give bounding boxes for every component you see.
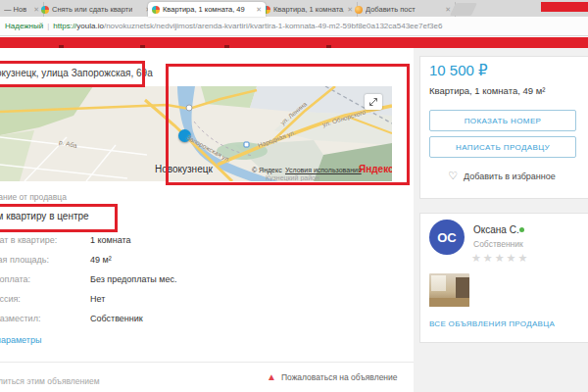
attribute-value: Без предоплаты мес. (90, 274, 177, 284)
attribute-row: Комнат в квартире:1 комната (0, 235, 177, 255)
online-status-dot (519, 227, 524, 232)
youla-favicon (152, 6, 160, 14)
report-link[interactable]: ▲ Пожаловаться на объявление (267, 372, 398, 382)
security-chip: Надежный (5, 22, 43, 30)
redaction-top-right (541, 2, 588, 12)
url-path: /novokuznetsk/nedvijimost/arenda-kvartir… (104, 22, 443, 30)
attribute-label: Предоплата: (0, 274, 90, 284)
listing-title: Квартира, 1 комната, 49 м² (429, 85, 545, 96)
heart-icon: ♡ (448, 171, 458, 181)
attribute-row: Общая площадь:49 м² (0, 255, 177, 274)
attribute-label: Комнат в квартире: (0, 235, 90, 245)
attribute-label: Кто разместил: (0, 314, 90, 323)
left-column: Новокузнецк, улица Запорожская, 69а (0, 48, 414, 392)
annotation-box-map (166, 64, 410, 185)
add-favorite-label: Добавить в избранное (464, 172, 556, 181)
redaction-site-header (0, 37, 588, 48)
tab-bar: — Нов ✕ Снять или сдать кварти ✕ Квартир… (0, 0, 588, 18)
report-label: Пожаловаться на объявление (281, 372, 398, 382)
add-favorite-button[interactable]: ♡ Добавить в избранное (420, 171, 583, 181)
address-bar[interactable]: Надежный | https://youla.io/novokuznetsk… (0, 17, 588, 36)
tab-label: Квартира, 1 комната, 49 (163, 5, 245, 14)
listing-price: 10 500 ₽ (429, 62, 488, 79)
annotation-box-description (0, 204, 118, 232)
share-label: Поделиться этим объявлением (0, 376, 100, 386)
warning-triangle-icon: ▲ (267, 372, 276, 382)
tab-kvartira-3[interactable]: Квартира, 1 комната, 3 ✕ (259, 2, 358, 17)
tab-close-icon[interactable]: ✕ (256, 6, 262, 14)
url-scheme: https:// (53, 22, 76, 30)
all-params-link[interactable]: Все параметры (0, 335, 41, 345)
tab-snyat-ili-sdat[interactable]: Снять или сдать кварти ✕ (37, 2, 156, 17)
attribute-row: Предоплата:Без предоплаты мес. (0, 274, 177, 294)
tab-label: — Нов (4, 5, 26, 14)
seller-name: Оксана С. (473, 224, 519, 235)
price-card: 10 500 ₽ Квартира, 1 комната, 49 м² ПОКА… (419, 56, 588, 199)
section-divider (0, 362, 414, 363)
post-favicon (355, 6, 363, 14)
seller-card: ОС Оксана С. Собственник ★★★★★ ВСЕ ОБЪЯВ… (419, 213, 588, 343)
tab-label: Снять или сдать кварти (52, 5, 132, 14)
browser-window: — Нов ✕ Снять или сдать кварти ✕ Квартир… (0, 0, 588, 392)
attribute-label: Комиссия: (0, 294, 90, 304)
url-host: youla.io (76, 22, 104, 30)
thumbnail-furniture-area (456, 277, 469, 299)
listing-page: Новокузнецк, улица Запорожская, 69а (0, 48, 588, 392)
new-tab-button[interactable] (450, 3, 477, 16)
attributes-list: Комнат в квартире:1 комната Общая площад… (0, 235, 177, 333)
youla-favicon (41, 6, 49, 14)
show-number-button[interactable]: ПОКАЗАТЬ НОМЕР (429, 110, 576, 131)
tab-kvartira-49-active[interactable]: Квартира, 1 комната, 49 ✕ (148, 2, 266, 17)
attribute-row: Комиссия:Нет (0, 294, 177, 314)
tab-close-icon[interactable]: ✕ (445, 6, 451, 14)
attribute-row: Кто разместил:Собственник (0, 314, 177, 333)
attribute-label: Общая площадь: (0, 255, 90, 265)
description-section-label: Описание от продавца (0, 192, 67, 202)
thumbnail-floor-area (429, 298, 469, 307)
seller-photo-thumbnail[interactable] (429, 273, 469, 307)
attribute-value: 49 м² (90, 255, 112, 265)
tab-label: Квартира, 1 комната, 3 (273, 5, 344, 14)
write-seller-button[interactable]: НАПИСАТЬ ПРОДАВЦУ (429, 136, 576, 158)
attribute-value: Собственник (90, 314, 143, 323)
rating-stars: ★★★★★ (471, 252, 529, 265)
attribute-value: 1 комната (90, 235, 131, 245)
attribute-value: Нет (90, 294, 105, 304)
thumbnail-window-area (431, 275, 446, 291)
tab-label: Добавить пост (366, 5, 416, 14)
separator: | (47, 22, 49, 30)
annotation-box-address (0, 61, 145, 87)
seller-avatar: ОС (429, 220, 465, 255)
tab-dobavit-post[interactable]: Добавить пост ✕ (351, 2, 456, 17)
all-seller-ads-link[interactable]: ВСЕ ОБЪЯВЛЕНИЯ ПРОДАВЦА (429, 319, 555, 328)
seller-role: Собственник (473, 239, 523, 249)
